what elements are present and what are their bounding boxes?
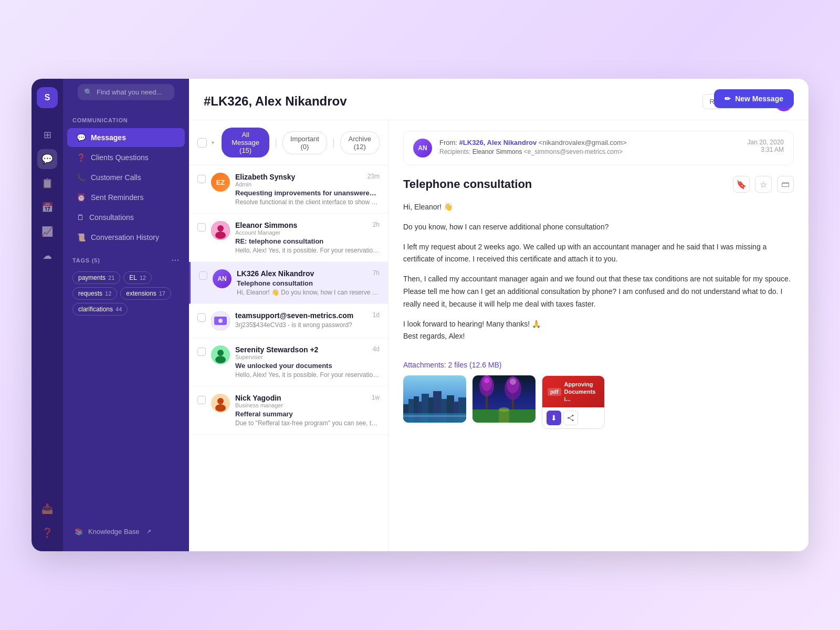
sidebar-search[interactable]: 🔍 Find what you need...: [78, 84, 174, 100]
message-subject: RE: telephone consultation: [235, 237, 380, 245]
message-subject: Requesting improvements for unanswered c…: [235, 189, 380, 197]
avatar: [211, 221, 230, 240]
select-chevron-icon[interactable]: ▾: [208, 138, 217, 148]
message-checkbox[interactable]: [197, 175, 206, 183]
pdf-download-button[interactable]: ⬇: [547, 411, 561, 425]
sidebar-item-conversation-history[interactable]: 📜 Conversation History: [67, 228, 185, 247]
svg-point-4: [217, 225, 224, 232]
rail-logo[interactable]: S: [37, 87, 58, 108]
sender-name: Eleanor Simmons: [235, 221, 297, 229]
consultations-icon: 🗒: [77, 213, 84, 222]
attachment-pdf[interactable]: pdf Approving Documents i... ⬇: [542, 375, 605, 429]
message-checkbox[interactable]: [197, 223, 206, 232]
rail-help-icon[interactable]: ❓: [37, 523, 57, 543]
filter-all-messages[interactable]: All Message (15): [222, 128, 269, 158]
tag-clarifications[interactable]: clarifications 44: [72, 303, 128, 316]
email-header-card: AN From: #LK326, Alex Nikandrov <nikandr…: [403, 131, 794, 165]
message-subject: Telephone consultation: [237, 279, 380, 287]
attachment-image-2[interactable]: [472, 375, 536, 423]
tag-requests[interactable]: requests 12: [72, 287, 117, 300]
sender-email: <nikandrovalex@gmail.com>: [539, 139, 627, 146]
tags-more-icon[interactable]: ···: [171, 256, 180, 265]
sender-role: Business manager: [235, 402, 283, 408]
filter-archive[interactable]: Archive (12): [340, 131, 380, 154]
message-detail-panel: AN From: #LK326, Alex Nikandrov <nikandr…: [388, 120, 808, 551]
message-time: 1d: [373, 311, 380, 319]
pdf-share-button[interactable]: [563, 411, 578, 425]
rail-dashboard-icon[interactable]: ⊞: [37, 125, 57, 145]
pdf-title: Approving Documents i...: [564, 381, 599, 403]
new-message-button[interactable]: ✏ New Message: [714, 89, 794, 108]
message-preview: 3rj235$434eCVd3 - is it wrong password?: [235, 321, 380, 329]
email-subject: Telephone consultation 🔖 ☆ 🗃: [403, 176, 794, 193]
sidebar-item-customer-calls[interactable]: 📞 Customer Calls: [67, 168, 185, 187]
sidebar-item-consultations[interactable]: 🗒 Consultations: [67, 208, 185, 227]
message-preview: Hi, Eleanor! 👋 Do you know, how I can re…: [237, 289, 380, 296]
main-area: #LK326, Alex Nikandrov Recent Clients ▾: [189, 79, 808, 551]
sender-name: LK326 Alex Nikandrov: [237, 269, 314, 278]
sender-name: Serenity Stewardson +2: [235, 345, 318, 354]
message-list: EZ Elizabeth Synsky Admin 23m Requesting…: [189, 165, 388, 551]
sender-name: Elizabeth Synsky: [235, 173, 295, 181]
sidebar-bottom: 📚 Knowledge Base ↗: [63, 522, 189, 541]
bookmark-button[interactable]: 🔖: [733, 176, 750, 193]
svg-point-43: [568, 417, 569, 419]
page-title: #LK326, Alex Nikandrov: [204, 94, 347, 109]
body-question: Do you know, how I can reserve additiona…: [403, 221, 794, 234]
rail-analytics-icon[interactable]: 📈: [37, 222, 57, 242]
sender-name: teamsupport@seven-metrics.com: [235, 311, 353, 320]
message-checkbox[interactable]: [197, 396, 206, 404]
compose-icon: ✏: [724, 94, 731, 103]
select-all-checkbox[interactable]: [197, 138, 207, 148]
select-all-area[interactable]: ▾: [197, 138, 217, 148]
message-preview: Hello, Alex! Yes, it is possible. For yo…: [235, 247, 380, 254]
message-checkbox[interactable]: [199, 271, 207, 280]
body-closing: I look forward to hearing! Many thanks! …: [403, 318, 794, 343]
message-item[interactable]: EZ Elizabeth Synsky Admin 23m Requesting…: [189, 165, 388, 214]
rail-messages-icon[interactable]: 💬: [37, 149, 57, 169]
message-item[interactable]: teamsupport@seven-metrics.com 1d 3rj235$…: [189, 304, 388, 338]
message-time: 23m: [368, 173, 380, 180]
conversation-history-icon: 📜: [77, 233, 86, 242]
rail-cloud-icon[interactable]: ☁: [37, 246, 57, 266]
tag-el[interactable]: EL 12: [123, 271, 152, 284]
archive-button[interactable]: 🗃: [777, 176, 794, 193]
rail-inbox-icon[interactable]: 📥: [37, 499, 57, 519]
detail-sender-avatar: AN: [413, 139, 432, 158]
message-filters: ▾ All Message (15) | Important (0) | Arc…: [189, 120, 388, 165]
svg-point-37: [484, 378, 489, 383]
message-item[interactable]: Eleanor Simmons Account Manager 2h RE: t…: [189, 214, 388, 262]
sidebar-item-clients-questions[interactable]: ❓ Clients Questions: [67, 148, 185, 167]
message-checkbox[interactable]: [197, 348, 206, 356]
avatar: [211, 311, 230, 330]
sender-role: Account Manager: [235, 229, 297, 236]
message-item[interactable]: AN LK326 Alex Nikandrov 7h Telephone con…: [189, 262, 388, 304]
message-item[interactable]: Serenity Stewardson +2 Superviser 4d We …: [189, 338, 388, 386]
filter-important[interactable]: Important (0): [282, 131, 327, 154]
sidebar-item-sent-reminders[interactable]: ⏰ Sent Reminders: [67, 188, 185, 207]
svg-rect-27: [403, 413, 466, 423]
header-right: Recent Clients ▾ ✏ New Message: [702, 91, 794, 111]
avatar: EZ: [211, 173, 230, 192]
rail-docs-icon[interactable]: 📋: [37, 173, 57, 193]
email-info: From: #LK326, Alex Nikandrov <nikandrova…: [432, 139, 748, 155]
message-time: 7h: [373, 269, 380, 277]
attachments-title: Attachments: 2 files (12.6 MB): [403, 361, 794, 369]
tag-payments[interactable]: payments 21: [72, 271, 120, 284]
rail-calendar-icon[interactable]: 📅: [37, 197, 57, 217]
attachment-image-1[interactable]: [403, 375, 466, 423]
message-preview: Due to "Refferal tax-free program" you c…: [235, 419, 380, 427]
message-subject: We unlocked your documents: [235, 362, 380, 370]
body-greeting: Hi, Eleanor! 👋: [403, 201, 794, 214]
sender-link[interactable]: #LK326, Alex Nikandrov: [459, 139, 537, 146]
star-button[interactable]: ☆: [755, 176, 772, 193]
body-paragraph-1: I left my request about 2 weeks ago. We …: [403, 241, 794, 266]
search-icon: 🔍: [84, 88, 92, 96]
tag-extensions[interactable]: extensions 17: [120, 287, 171, 300]
svg-line-45: [569, 418, 572, 420]
sidebar-item-messages[interactable]: 💬 Messages: [67, 128, 185, 147]
message-checkbox[interactable]: [197, 313, 206, 322]
message-item[interactable]: Nick Yagodin Business manager 1w Reffera…: [189, 386, 388, 435]
sidebar-item-knowledge-base[interactable]: 📚 Knowledge Base ↗: [67, 522, 185, 541]
attachments-section: Attachments: 2 files (12.6 MB): [403, 361, 794, 429]
